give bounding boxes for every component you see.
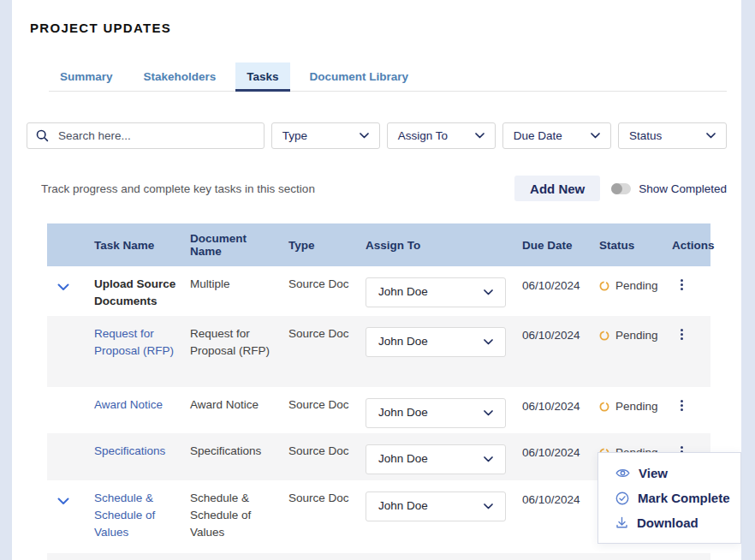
status-badge: Pending xyxy=(599,325,672,344)
filter-bar: Type Assign To Due Date Status xyxy=(27,122,727,149)
task-name-link[interactable]: Schedule & Schedule of Values xyxy=(94,491,155,539)
tab-summary[interactable]: Summary xyxy=(49,63,124,91)
chevron-down-icon xyxy=(360,133,369,139)
project-updates-card: PROJECT UPDATES Summary Stakeholders Tas… xyxy=(12,0,741,560)
pending-status-icon xyxy=(599,331,609,341)
task-name-link[interactable]: Request for Proposal (RFP) xyxy=(94,327,174,357)
status-badge: Pending xyxy=(599,396,672,415)
filter-due-date-label: Due Date xyxy=(514,129,562,142)
column-header-actions: Actions xyxy=(672,239,718,252)
toolbar-actions: Add New Show Completed xyxy=(514,176,727,201)
menu-item-view-label: View xyxy=(639,466,668,480)
assignee-select[interactable]: John Doe xyxy=(366,444,506,474)
table-row: Award Notice Award Notice Source Doc Joh… xyxy=(47,387,710,433)
search-icon xyxy=(36,129,49,142)
document-name: Schedule & Schedule of Values xyxy=(190,490,288,542)
assignee-select-value: John Doe xyxy=(378,404,428,421)
status-label: Pending xyxy=(615,398,658,415)
column-header-assign-to: Assign To xyxy=(366,239,522,252)
menu-item-view[interactable]: View xyxy=(598,461,740,486)
add-new-button[interactable]: Add New xyxy=(514,176,600,201)
menu-item-mark-complete-label: Mark Complete xyxy=(638,491,730,505)
assignee-select-value: John Doe xyxy=(378,497,428,515)
column-header-type: Type xyxy=(288,239,366,252)
show-completed-label: Show Completed xyxy=(639,182,727,195)
row-actions-menu: View Mark Complete Download xyxy=(597,452,741,544)
check-circle-icon xyxy=(615,491,629,505)
chevron-down-icon xyxy=(706,133,716,139)
download-icon xyxy=(615,516,628,529)
page-title: PROJECT UPDATES xyxy=(30,21,727,35)
chevron-down-icon xyxy=(484,410,493,416)
expand-chevron-icon[interactable] xyxy=(57,283,69,291)
filter-due-date[interactable]: Due Date xyxy=(502,122,611,149)
task-name-link[interactable]: Award Notice xyxy=(94,398,163,411)
due-date: 06/10/2024 xyxy=(522,276,580,295)
assignee-select[interactable]: John Doe xyxy=(366,398,506,428)
chevron-down-icon xyxy=(484,339,493,345)
column-header-due-date: Due Date xyxy=(522,239,599,252)
filter-assign-to-label: Assign To xyxy=(398,129,448,142)
section-description: Track progress and complete key tasks in… xyxy=(41,182,315,195)
filter-type[interactable]: Type xyxy=(271,122,380,149)
filter-type-label: Type xyxy=(282,129,307,142)
due-date: 06/10/2024 xyxy=(522,325,580,344)
tab-document-library[interactable]: Document Library xyxy=(299,63,420,91)
chevron-down-icon xyxy=(591,133,600,139)
task-type: Source Doc xyxy=(288,276,366,293)
due-date: 06/10/2024 xyxy=(522,396,580,415)
task-type: Source Doc xyxy=(288,443,366,460)
assignee-select-value: John Doe xyxy=(378,333,428,350)
tab-bar: Summary Stakeholders Tasks Document Libr… xyxy=(49,63,727,92)
table-row: Schedule Schedule Source Doc John Doe 06… xyxy=(47,553,710,560)
task-name-link[interactable]: Specifications xyxy=(94,444,165,457)
assignee-select-value: John Doe xyxy=(378,450,428,468)
table-row: Upload Source Documents Multiple Source … xyxy=(47,266,710,316)
document-name: Multiple xyxy=(190,276,288,293)
column-header-status: Status xyxy=(599,239,672,252)
search-box[interactable] xyxy=(27,122,265,149)
chevron-down-icon xyxy=(475,133,485,139)
due-date: 06/10/2024 xyxy=(522,490,580,509)
tab-stakeholders[interactable]: Stakeholders xyxy=(133,63,228,91)
status-label: Pending xyxy=(615,327,658,344)
assignee-select-value: John Doe xyxy=(378,283,428,301)
task-type: Source Doc xyxy=(288,490,366,507)
assignee-select[interactable]: John Doe xyxy=(366,327,506,357)
eye-icon xyxy=(615,468,630,479)
tab-tasks[interactable]: Tasks xyxy=(235,63,289,91)
kebab-menu-icon[interactable] xyxy=(681,325,707,340)
due-date: 06/10/2024 xyxy=(522,443,580,462)
kebab-menu-icon[interactable] xyxy=(681,396,707,411)
section-toolbar: Track progress and complete key tasks in… xyxy=(27,176,727,201)
menu-item-download-label: Download xyxy=(637,515,699,530)
search-input[interactable] xyxy=(56,128,255,143)
chevron-down-icon xyxy=(484,456,493,462)
pending-status-icon xyxy=(599,402,609,412)
kebab-menu-icon[interactable] xyxy=(681,276,707,290)
task-type: Source Doc xyxy=(288,325,366,343)
document-name: Request for Proposal (RFP) xyxy=(190,325,288,360)
toggle-knob xyxy=(611,183,622,194)
document-name: Specifications xyxy=(190,443,288,460)
menu-item-download[interactable]: Download xyxy=(598,510,740,535)
document-name: Award Notice xyxy=(190,396,288,414)
chevron-down-icon xyxy=(484,503,493,509)
task-name-link: Upload Source Documents xyxy=(94,277,175,307)
status-label: Pending xyxy=(615,277,658,295)
expand-chevron-icon[interactable] xyxy=(57,497,69,505)
column-header-document-name: Document Name xyxy=(190,232,288,258)
filter-assign-to[interactable]: Assign To xyxy=(387,122,496,149)
filter-status-label: Status xyxy=(629,129,662,142)
filter-status[interactable]: Status xyxy=(618,122,727,149)
pending-status-icon xyxy=(599,281,609,291)
menu-item-mark-complete[interactable]: Mark Complete xyxy=(598,486,740,510)
task-type: Source Doc xyxy=(288,396,366,414)
table-row: Request for Proposal (RFP) Request for P… xyxy=(47,316,710,387)
table-header-row: Task Name Document Name Type Assign To D… xyxy=(47,223,710,266)
chevron-down-icon xyxy=(484,289,493,295)
column-header-task-name: Task Name xyxy=(94,239,190,252)
assignee-select[interactable]: John Doe xyxy=(366,491,506,521)
show-completed-toggle[interactable] xyxy=(611,183,631,194)
assignee-select[interactable]: John Doe xyxy=(366,277,506,307)
